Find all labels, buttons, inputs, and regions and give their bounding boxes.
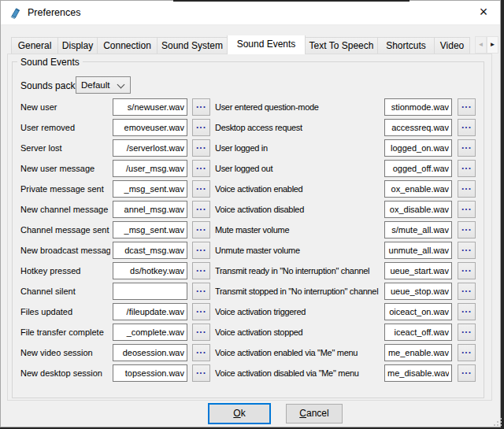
sound-event-label: Voice activation enabled (215, 184, 383, 194)
sound-event-label: Transmit ready in "No interruption" chan… (215, 266, 383, 276)
sound-file-input[interactable] (113, 262, 187, 279)
browse-button[interactable]: ... (192, 119, 210, 136)
sounds-pack-label: Sounds pack (20, 80, 75, 91)
browse-button[interactable]: ... (458, 180, 476, 198)
sound-event-label: User logged out (215, 164, 383, 173)
sound-file-input[interactable] (384, 242, 452, 259)
browse-button[interactable]: ... (192, 221, 210, 239)
sound-event-label: Channel message sent (20, 225, 110, 235)
resize-grip[interactable] (494, 418, 495, 420)
browse-button[interactable]: ... (458, 221, 476, 239)
browse-button[interactable]: ... (458, 139, 476, 157)
sounds-pack-value: Default (81, 80, 109, 90)
sound-file-input[interactable] (113, 364, 187, 382)
sounds-pack-select[interactable]: Default (76, 76, 131, 94)
tab-video[interactable]: Video (434, 37, 470, 54)
sound-file-input[interactable] (384, 180, 452, 198)
sound-event-label: Hotkey pressed (20, 266, 110, 276)
browse-button[interactable]: ... (458, 324, 476, 341)
sound-event-label: Server lost (20, 143, 110, 153)
browse-button[interactable]: ... (192, 139, 210, 157)
browse-button[interactable]: ... (192, 98, 210, 116)
sound-file-input[interactable] (113, 303, 187, 320)
sound-file-input[interactable] (113, 180, 187, 198)
sound-file-input[interactable] (384, 324, 452, 341)
sound-file-input[interactable] (384, 344, 452, 361)
sound-file-input[interactable] (113, 119, 187, 136)
browse-button[interactable]: ... (192, 160, 210, 177)
sound-event-label: New video session (20, 348, 110, 357)
browse-button[interactable]: ... (192, 364, 210, 382)
sound-event-label: New desktop session (20, 368, 110, 378)
cancel-button[interactable]: Cancel (286, 404, 343, 423)
chevron-down-icon (117, 81, 125, 89)
sound-file-input[interactable] (113, 201, 187, 218)
group-box-title: Sound Events (17, 57, 83, 68)
tab-text-to-speech[interactable]: Text To Speech (305, 37, 378, 54)
browse-button[interactable]: ... (192, 303, 210, 320)
sound-file-input[interactable] (113, 324, 187, 341)
sound-event-label: Unmute master volume (215, 246, 383, 255)
browse-button[interactable]: ... (458, 98, 476, 116)
sound-event-label: Voice activation enabled via "Me" menu (215, 348, 383, 357)
sound-event-label: Voice activation disabled via "Me" menu (215, 368, 383, 378)
sound-file-input[interactable] (384, 221, 452, 239)
browse-button[interactable]: ... (458, 160, 476, 177)
tab-sound-system[interactable]: Sound System (157, 37, 228, 54)
sound-event-label: File transfer complete (20, 327, 110, 337)
ok-button[interactable]: Ok (208, 403, 271, 424)
browse-button[interactable]: ... (458, 303, 476, 320)
preferences-dialog: Preferences × GeneralDisplayConnectionSo… (0, 0, 501, 427)
sound-event-label: New broadcast message (20, 246, 110, 255)
sound-file-input[interactable] (113, 344, 187, 361)
browse-button[interactable]: ... (458, 283, 476, 300)
tab-scroll-left-icon[interactable]: ◄ (475, 36, 487, 54)
browse-button[interactable]: ... (192, 283, 210, 300)
sound-file-input[interactable] (113, 221, 187, 239)
browse-button[interactable]: ... (192, 262, 210, 279)
sound-file-input[interactable] (384, 364, 452, 382)
sound-event-label: Mute master volume (215, 225, 383, 235)
sound-event-label: User logged in (215, 143, 383, 153)
app-icon (9, 6, 22, 20)
tab-display[interactable]: Display (57, 37, 98, 54)
sound-event-label: Voice activation disabled (215, 205, 383, 214)
sound-file-input[interactable] (113, 160, 187, 177)
tab-sound-events[interactable]: Sound Events (227, 35, 306, 54)
sound-file-input[interactable] (384, 283, 452, 300)
browse-button[interactable]: ... (458, 242, 476, 259)
sound-file-input[interactable] (384, 160, 452, 177)
browse-button[interactable]: ... (192, 344, 210, 361)
browse-button[interactable]: ... (458, 344, 476, 361)
sound-event-label: Private message sent (20, 184, 110, 194)
sound-event-label: Desktop access request (215, 123, 383, 132)
titlebar: Preferences × (1, 1, 500, 25)
browse-button[interactable]: ... (192, 201, 210, 218)
browse-button[interactable]: ... (192, 242, 210, 259)
tab-general[interactable]: General (11, 37, 58, 54)
sound-file-input[interactable] (113, 139, 187, 157)
tab-shortcuts[interactable]: Shortcuts (377, 37, 435, 54)
tab-bar: GeneralDisplayConnectionSound SystemSoun… (11, 35, 476, 54)
browse-button[interactable]: ... (458, 364, 476, 382)
browse-button[interactable]: ... (458, 119, 476, 136)
browse-button[interactable]: ... (458, 201, 476, 218)
sound-file-input[interactable] (384, 262, 452, 279)
sound-event-label: New user message (20, 164, 110, 173)
tab-scroll-right-icon[interactable]: ► (487, 36, 498, 54)
background-edge (173, 0, 410, 2)
browse-button[interactable]: ... (458, 262, 476, 279)
sound-file-input[interactable] (384, 201, 452, 218)
sound-file-input[interactable] (113, 283, 187, 300)
sound-file-input[interactable] (384, 139, 452, 157)
sound-file-input[interactable] (113, 242, 187, 259)
sound-file-input[interactable] (384, 119, 452, 136)
sound-file-input[interactable] (384, 98, 452, 116)
sound-file-input[interactable] (113, 98, 187, 116)
tab-connection[interactable]: Connection (97, 37, 158, 54)
close-icon[interactable]: × (473, 1, 494, 24)
browse-button[interactable]: ... (192, 180, 210, 198)
sound-file-input[interactable] (384, 303, 452, 320)
browse-button[interactable]: ... (192, 324, 210, 341)
window-title: Preferences (28, 1, 80, 25)
